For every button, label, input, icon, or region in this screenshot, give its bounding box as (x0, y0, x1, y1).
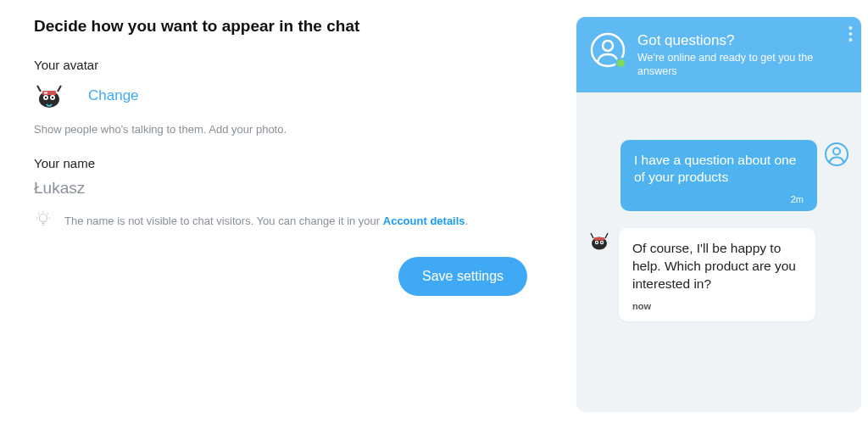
chat-menu-icon[interactable]: ••• (849, 25, 853, 43)
agent-message-bubble: Of course, I'll be happy to help. Which … (619, 228, 815, 321)
avatar-section: Your avatar Change Show people who's t (34, 58, 536, 136)
visitor-message-text: I have a question about one of your prod… (634, 152, 804, 187)
svg-line-14 (47, 213, 48, 214)
chat-preview: Got questions? We're online and ready to… (576, 17, 861, 412)
agent-avatar-small (588, 230, 610, 252)
svg-point-23 (601, 242, 603, 243)
save-settings-button[interactable]: Save settings (398, 257, 527, 296)
visitor-message-row: I have a question about one of your prod… (588, 140, 849, 212)
change-avatar-link[interactable]: Change (88, 87, 139, 104)
svg-point-22 (596, 242, 598, 243)
chat-header: Got questions? We're online and ready to… (576, 17, 861, 92)
agent-message-row: Of course, I'll be happy to help. Which … (588, 228, 849, 321)
svg-point-7 (39, 214, 47, 222)
name-hint-prefix: The name is not visible to chat visitors… (64, 214, 383, 227)
avatar-label: Your avatar (34, 58, 536, 72)
agent-message-time: now (632, 300, 802, 313)
chat-header-subtitle: We're online and ready to get you the an… (637, 51, 848, 79)
avatar-row: Change (34, 81, 536, 111)
page-title: Decide how you want to appear in the cha… (34, 17, 536, 36)
name-hint-suffix: . (465, 214, 469, 227)
name-value: Łukasz (34, 179, 536, 198)
svg-point-16 (603, 41, 613, 51)
avatar-image (34, 81, 64, 111)
name-hint-row: The name is not visible to chat visitors… (34, 209, 536, 231)
visitor-message-time: 2m (634, 193, 804, 206)
header-text: Got questions? We're online and ready to… (637, 32, 848, 79)
svg-point-4 (52, 97, 53, 98)
chat-header-title: Got questions? (637, 32, 848, 49)
name-section: Your name Łukasz The name is not visible… (34, 156, 536, 231)
settings-panel: Decide how you want to appear in the cha… (0, 0, 570, 429)
chat-window: Got questions? We're online and ready to… (576, 17, 861, 412)
visitor-avatar-icon (824, 142, 849, 170)
avatar-hint: Show people who's talking to them. Add y… (34, 123, 536, 136)
svg-point-3 (45, 97, 47, 98)
visitor-message-bubble: I have a question about one of your prod… (620, 140, 817, 212)
name-hint-text: The name is not visible to chat visitors… (64, 214, 468, 227)
lightbulb-icon (34, 209, 53, 231)
account-details-link[interactable]: Account details (383, 214, 465, 227)
header-avatar (590, 32, 626, 68)
name-label: Your name (34, 156, 536, 170)
svg-line-13 (38, 213, 39, 214)
chat-body: I have a question about one of your prod… (576, 92, 861, 413)
online-status-dot (615, 58, 626, 69)
agent-message-text: Of course, I'll be happy to help. Which … (632, 240, 802, 293)
svg-rect-6 (44, 92, 47, 94)
svg-rect-24 (594, 237, 604, 241)
svg-point-18 (833, 148, 840, 154)
